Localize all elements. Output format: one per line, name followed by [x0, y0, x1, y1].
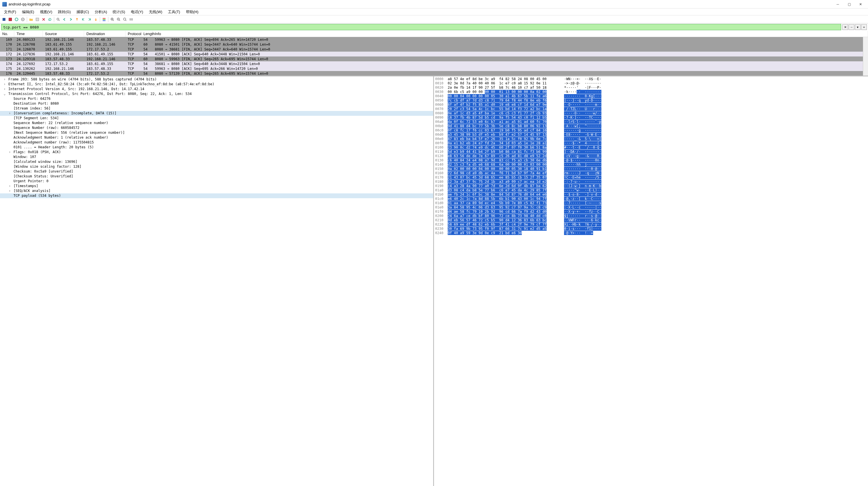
byte-row[interactable]: 010023 90 0c d2 74 e9 dc 45 60 2f 07 f0 …: [435, 146, 867, 150]
byte-row[interactable]: 0130c6 40 84 24 e4 08 a7 9d 83 cc f5 a3 …: [435, 158, 867, 162]
byte-row[interactable]: 00f00a e1 b2 eb 24 e7 fd 2a 34 1d 03 a5 …: [435, 141, 867, 146]
col-header-time[interactable]: Time: [14, 31, 43, 37]
detail-item[interactable]: 0101 .... = Header Length: 20 bytes (5): [0, 145, 433, 150]
tree-arrow-icon[interactable]: ›: [8, 150, 11, 155]
packet-bytes-pane[interactable]: 0000a8 57 4e ef 8d be 3c a9 f4 82 58 24 …: [434, 77, 868, 486]
tree-arrow-icon[interactable]: ›: [8, 188, 11, 193]
start-capture-icon[interactable]: [1, 17, 7, 22]
detail-item[interactable]: [Calculated window size: 13696]: [0, 159, 433, 164]
colorize-icon[interactable]: [101, 17, 107, 22]
tree-arrow-icon[interactable]: ›: [3, 82, 6, 87]
find-icon[interactable]: [55, 17, 61, 22]
menu-编辑[interactable]: 编辑(E): [19, 9, 37, 15]
byte-row[interactable]: 01105d e3 b9 44 41 b4 2f b9 b0 86 ca 81 …: [435, 150, 867, 154]
packet-row[interactable]: 17024.126708183.61.49.155192.168.21.146T…: [0, 42, 868, 47]
display-filter-input[interactable]: [1, 24, 841, 30]
byte-row[interactable]: 00c00f c8 fc 17 f6 cc 03 67 19 b0 f5 95 …: [435, 128, 867, 133]
go-first-icon[interactable]: [81, 17, 86, 22]
detail-item[interactable]: [Next Sequence Number: 556 (relative seq…: [0, 130, 433, 135]
col-header-no[interactable]: No.: [0, 31, 14, 37]
byte-row[interactable]: 023030 fa 69 9b 73 95 f0 9f 87 66 31 7c …: [435, 227, 867, 231]
detail-item[interactable]: › Internet Protocol Version 4, Src: 192.…: [0, 87, 433, 92]
detail-item[interactable]: › [Conversation completeness: Incomplete…: [0, 111, 433, 116]
close-file-icon[interactable]: [41, 17, 46, 22]
byte-row[interactable]: 01500a 02 00 00 00 04 00 00 00 00 05 30 …: [435, 167, 867, 171]
packet-row[interactable]: 17224.127836192.168.21.146183.61.49.155T…: [0, 52, 868, 57]
menu-无线[interactable]: 无线(W): [146, 9, 165, 15]
byte-row[interactable]: 01f0d4 ae 58 fc 79 10 2b 92 96 cd 66 7a …: [435, 210, 867, 214]
detail-item[interactable]: › Flags: 0x018 (PSH, ACK): [0, 150, 433, 155]
byte-row[interactable]: 003000 6b c5 a9 00 00 00 00 01 13 00 00 …: [435, 90, 867, 94]
detail-item[interactable]: Destination Port: 8080: [0, 101, 433, 106]
packet-list-pane[interactable]: No. Time Source Destination Protocol Len…: [0, 31, 868, 77]
byte-row[interactable]: 009018 37 fb 4b 87 5d b5 cd 9a f5 54 43 …: [435, 116, 867, 120]
col-header-protocol[interactable]: Protocol: [125, 31, 141, 37]
go-last-icon[interactable]: [87, 17, 92, 22]
byte-row[interactable]: 018012 3a d7 37 9c 75 2d 1b a3 a9 09 c7 …: [435, 180, 867, 184]
detail-item[interactable]: [Window size scaling factor: 128]: [0, 164, 433, 169]
packet-row[interactable]: 17524.130262192.168.21.146183.57.48.33TC…: [0, 66, 868, 71]
byte-row[interactable]: 02409f 40 a9 59 3e 9d 0e c9 21 bd e6 3d …: [435, 231, 867, 235]
byte-row[interactable]: 01b0ae fb 24 1c 6f bc 38 8e 84 5d 87 76 …: [435, 192, 867, 197]
detail-item[interactable]: Source Port: 64276: [0, 96, 433, 101]
byte-row[interactable]: 020024 6a a7 ce db bf 80 96 72 ce 8b 73 …: [435, 214, 867, 218]
menu-工具[interactable]: 工具(T): [165, 9, 183, 15]
maximize-button[interactable]: ▢: [846, 1, 852, 7]
menu-统计[interactable]: 统计(S): [110, 9, 128, 15]
detail-item[interactable]: Window: 107: [0, 155, 433, 159]
detail-item[interactable]: [Checksum Status: Unverified]: [0, 174, 433, 179]
byte-row[interactable]: 01e03a 84 58 95 4c 06 d3 63 95 92 c7 97 …: [435, 205, 867, 210]
detail-item[interactable]: › Frame 203: 588 bytes on wire (4704 bit…: [0, 77, 433, 82]
next-icon[interactable]: [68, 17, 73, 22]
byte-row[interactable]: 001002 3e 0d 7a 40 00 40 06 1c e7 c0 a8 …: [435, 81, 867, 86]
reload-icon[interactable]: [47, 17, 53, 22]
detail-item[interactable]: Checksum: 0xc5a9 [unverified]: [0, 169, 433, 174]
byte-row[interactable]: 00202a 0e fb 14 1f 90 27 5f b8 7c 46 10 …: [435, 86, 867, 90]
zoom-in-icon[interactable]: [110, 17, 115, 22]
detail-item[interactable]: › Ethernet II, Src: Intel_82:58:24 (3c:a…: [0, 82, 433, 87]
packet-row[interactable]: 17124.126870183.61.49.155172.17.53.2TCP5…: [0, 47, 868, 52]
byte-row[interactable]: 00e087 83 eb ba b4 5f e7 26 35 1a 5c f0 …: [435, 137, 867, 141]
detail-item[interactable]: [Stream index: 56]: [0, 106, 433, 111]
byte-row[interactable]: 01d091 aa 37 ca 89 9d ec e4 5b b9 7e 89 …: [435, 201, 867, 205]
byte-row[interactable]: 00d0a3 45 38 99 b3 df e5 eb b9 47 e2 57 …: [435, 133, 867, 137]
detail-item[interactable]: [TCP Segment Len: 534]: [0, 116, 433, 121]
col-header-source[interactable]: Source: [43, 31, 84, 37]
packet-list-scrollbar[interactable]: [863, 37, 868, 75]
resize-columns-icon[interactable]: [128, 17, 134, 22]
byte-row[interactable]: 0140d2 15 c3 fa d5 e6 68 68 6a 00 00 00 …: [435, 162, 867, 167]
zoom-out-icon[interactable]: [116, 17, 122, 22]
tree-arrow-icon[interactable]: ›: [3, 77, 6, 82]
minimize-button[interactable]: ─: [835, 1, 841, 7]
detail-item[interactable]: Sequence Number: 22 (relative sequence n…: [0, 121, 433, 125]
apply-filter-button[interactable]: →: [848, 24, 854, 30]
close-button[interactable]: ✕: [858, 1, 863, 7]
auto-scroll-icon[interactable]: [93, 17, 99, 22]
menu-捕获[interactable]: 捕获(C): [73, 9, 92, 15]
jump-icon[interactable]: [74, 17, 80, 22]
menu-文件[interactable]: 文件(F): [1, 9, 19, 15]
detail-item[interactable]: › [Timestamps]: [0, 184, 433, 188]
detail-item[interactable]: › [SEQ/ACK analysis]: [0, 188, 433, 193]
byte-row[interactable]: 0000a8 57 4e ef 8d be 3c a9 f4 82 58 24 …: [435, 77, 867, 81]
menu-电话[interactable]: 电话(Y): [128, 9, 146, 15]
col-header-length[interactable]: Length: [141, 31, 153, 37]
byte-row[interactable]: 022058 69 ee df 48 62 eb 6b 3f 41 c4 2f …: [435, 222, 867, 227]
open-file-icon[interactable]: [28, 17, 34, 22]
detail-item[interactable]: Acknowledgment Number: 1 (relative ack n…: [0, 135, 433, 140]
packet-row[interactable]: 17424.127692172.17.53.2183.61.49.155TCP5…: [0, 61, 868, 66]
byte-row[interactable]: 00a0da 0f 6c 72 53 e0 6c b7 a1 ac a5 01 …: [435, 120, 867, 124]
tree-arrow-icon[interactable]: ›: [8, 111, 11, 116]
byte-row[interactable]: 00800e af 1c d3 a5 4f ba 1e c6 c5 c3 f1 …: [435, 111, 867, 116]
menu-跳转[interactable]: 跳转(G): [55, 9, 73, 15]
detail-item[interactable]: Sequence Number (raw): 660584572: [0, 125, 433, 130]
byte-row[interactable]: 00608f af 4f b2 f5 85 a1 d0 19 e8 e8 cf …: [435, 103, 867, 107]
col-header-destination[interactable]: Destination: [84, 31, 125, 37]
options-icon[interactable]: [20, 17, 26, 22]
detail-item[interactable]: Urgent Pointer: 0: [0, 179, 433, 184]
tree-arrow-icon[interactable]: ⌄: [3, 92, 6, 96]
detail-item[interactable]: TCP payload (534 bytes): [0, 193, 433, 198]
byte-row[interactable]: 004000 00 04 00 00 00 00 05 30 a1 4b 67 …: [435, 94, 867, 98]
detail-item[interactable]: ⌄ Transmission Control Protocol, Src Por…: [0, 92, 433, 96]
prev-icon[interactable]: [62, 17, 67, 22]
